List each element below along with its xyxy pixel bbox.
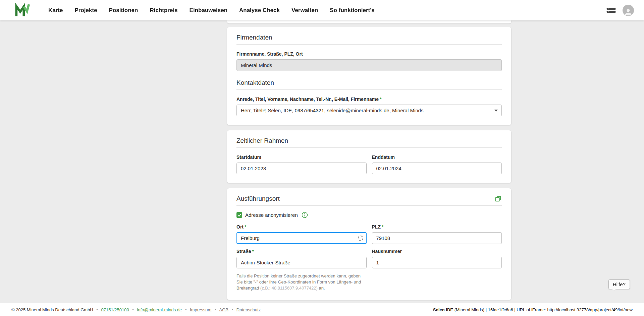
- footer-left: © 2025 Mineral Minds Deutschland GmbH • …: [11, 307, 261, 312]
- nav-item-karte[interactable]: Karte: [48, 7, 63, 14]
- strasse-label: Straße*: [236, 249, 367, 254]
- startdatum-input[interactable]: [236, 163, 367, 174]
- footer-debug-info: Selen IDE (Mineral Minds) | 16fae1ffc6a6…: [433, 307, 633, 312]
- section-title-zeitlicher-rahmen: Zeitlicher Rahmen: [236, 137, 502, 144]
- kontakt-label: Anrede, Titel, Vorname, Nachname, Tel.-N…: [236, 97, 502, 102]
- startdatum-label: Startdatum: [236, 154, 367, 160]
- required-marker: *: [380, 97, 381, 102]
- required-marker: *: [382, 224, 383, 230]
- ort-input[interactable]: [236, 232, 367, 244]
- footer-bar: © 2025 Mineral Minds Deutschland GmbH • …: [0, 303, 644, 316]
- card-ausfuehrungsort: Ausführungsort Adresse anonymisieren: [227, 188, 511, 300]
- nav-item-richtpreis[interactable]: Richtpreis: [150, 7, 177, 14]
- footer-link-impressum[interactable]: Impressum: [190, 307, 211, 312]
- nav-item-so-funktionierts[interactable]: So funktioniert's: [330, 7, 374, 14]
- kontakt-select[interactable]: Herr, TitelP, Selen, IDE, 0987/654321, s…: [236, 105, 502, 116]
- section-title-kontaktdaten: Kontaktdaten: [236, 79, 502, 86]
- card-zeitlicher-rahmen: Zeitlicher Rahmen Startdatum Enddatum: [227, 130, 511, 183]
- plz-cell: PLZ*: [372, 218, 502, 244]
- divider: [236, 44, 502, 45]
- server-icon[interactable]: [606, 7, 616, 14]
- hausnummer-label: Hausnummer: [372, 249, 502, 254]
- anonymisieren-checkbox[interactable]: [236, 212, 242, 218]
- nav-item-analyse-check[interactable]: Analyse Check: [239, 7, 280, 14]
- startdatum-cell: Startdatum: [236, 148, 367, 174]
- loading-spinner: [358, 236, 363, 241]
- mineral-minds-logo[interactable]: [15, 3, 30, 17]
- ort-label: Ort*: [236, 224, 367, 230]
- copy-icon[interactable]: [494, 195, 502, 202]
- enddatum-cell: Enddatum: [372, 148, 502, 174]
- footer-link-datenschutz[interactable]: Datenschutz: [236, 307, 261, 312]
- copyright-text: © 2025 Mineral Minds Deutschland GmbH: [11, 307, 93, 312]
- required-marker: *: [245, 224, 246, 230]
- user-avatar-icon[interactable]: [623, 5, 634, 16]
- section-title-ausfuehrungsort: Ausführungsort: [236, 195, 280, 202]
- footer-app-name: Selen IDE: [433, 307, 453, 312]
- plz-input[interactable]: [372, 232, 502, 244]
- dropdown-caret-icon: [494, 110, 498, 112]
- divider: [236, 205, 502, 206]
- firmenname-label: Firmenname, Straße, PLZ, Ort: [236, 51, 502, 57]
- nav-right-icons: [606, 5, 634, 16]
- strasse-input[interactable]: [236, 257, 367, 268]
- plz-label: PLZ*: [372, 224, 502, 230]
- nav-item-einbauweisen[interactable]: Einbauweisen: [190, 7, 227, 14]
- section-title-firmendaten: Firmendaten: [236, 34, 502, 41]
- anonymisieren-label: Adresse anonymisieren: [245, 212, 298, 218]
- footer-link-phone[interactable]: 07151/250100: [101, 307, 129, 312]
- required-marker: *: [252, 249, 254, 254]
- strasse-cell: Straße*: [236, 244, 367, 268]
- hausnummer-cell: Hausnummer: [372, 244, 502, 268]
- card-partial-top: [227, 20, 511, 23]
- card-firmendaten: Firmendaten Firmenname, Straße, PLZ, Ort…: [227, 27, 511, 125]
- form-content-column: Firmendaten Firmenname, Straße, PLZ, Ort…: [227, 20, 511, 316]
- enddatum-input[interactable]: [372, 163, 502, 174]
- hausnummer-input[interactable]: [372, 257, 502, 268]
- nav-item-projekte[interactable]: Projekte: [74, 7, 97, 14]
- checkmark-icon: [237, 213, 241, 217]
- top-navigation-bar: Karte Projekte Positionen Richtpreis Ein…: [0, 0, 644, 20]
- divider: [236, 89, 502, 90]
- footer-link-email[interactable]: info@mineral-minds.de: [137, 307, 182, 312]
- strasse-hint-text: Falls die Position keiner Straße zugeord…: [236, 273, 367, 291]
- footer-link-agb[interactable]: AGB: [219, 307, 228, 312]
- ort-cell: Ort*: [236, 218, 367, 244]
- kontakt-select-value: Herr, TitelP, Selen, IDE, 0987/654321, s…: [241, 108, 423, 113]
- enddatum-label: Enddatum: [372, 154, 502, 160]
- nav-item-positionen[interactable]: Positionen: [109, 7, 138, 14]
- main-menu: Karte Projekte Positionen Richtpreis Ein…: [48, 7, 375, 14]
- firmenname-field: [236, 59, 502, 71]
- info-icon[interactable]: [302, 212, 308, 218]
- help-button[interactable]: Hilfe?: [608, 279, 630, 289]
- nav-item-verwalten[interactable]: Verwalten: [291, 7, 318, 14]
